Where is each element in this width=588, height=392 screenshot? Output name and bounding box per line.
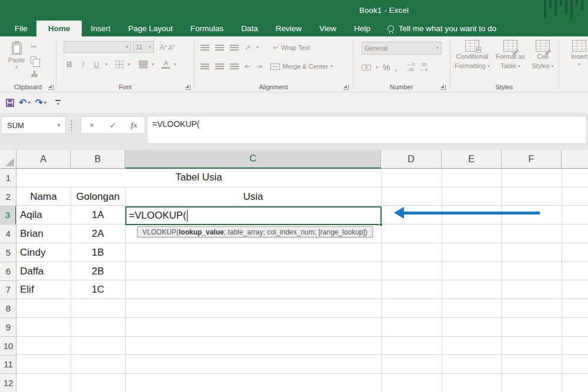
column-header-c[interactable]: C [125,150,381,169]
cell-c2[interactable]: Usia [125,187,381,206]
undo-button[interactable]: ↶ ▾ [19,98,30,108]
row-header-11[interactable]: 11 [0,356,16,374]
format-painter-button[interactable] [31,71,38,78]
redo-button[interactable]: ↷ ▾ [35,98,46,108]
row-header-5[interactable]: 5 [0,243,16,262]
column-header-b[interactable]: B [71,150,125,169]
name-box[interactable]: SUM ▾ [1,116,66,134]
cell-a1-merged-title[interactable]: Tabel Usia [16,169,381,187]
row-header-8[interactable]: 8 [0,299,16,318]
copy-button[interactable]: ▾ [31,56,41,63]
wrap-text-button[interactable]: ↵ Wrap Text [273,43,310,52]
cell-a5[interactable]: Cindy [16,243,71,262]
align-right-button[interactable] [230,63,239,69]
tab-file[interactable]: File [6,21,36,36]
column-header-a[interactable]: A [16,150,71,169]
underline-button[interactable]: U [92,60,101,69]
insert-cells-button[interactable]: Insert ▾ [566,40,588,67]
cell-b6[interactable]: 2B [71,262,125,281]
formula-bar-drag-handle[interactable] [71,120,72,130]
percent-style-button[interactable]: % [383,63,390,72]
cut-button[interactable]: ✂ [31,42,37,51]
alignment-group: ↗ ▾ ↵ Wrap Text ⇤ ⇥ Merge & Center ▾ [195,36,352,92]
tab-data[interactable]: Data [232,21,267,36]
row-header-2[interactable]: 2 [0,187,16,206]
borders-button[interactable] [115,61,123,68]
grow-font-button[interactable]: A▴ [159,43,166,52]
cell-a4[interactable]: Brian [16,225,71,243]
cell-a2[interactable]: Nama [16,187,71,206]
cell-b5[interactable]: 1B [71,243,125,262]
row-header-10[interactable]: 10 [0,337,16,356]
fill-color-button[interactable] [139,61,148,68]
align-top-button[interactable] [201,45,209,51]
row-header-3[interactable]: 3 [0,206,16,225]
formula-input[interactable]: =VLOOKUP( [147,116,587,144]
column-header-f[interactable]: F [502,150,562,169]
cell-b7[interactable]: 1C [71,281,125,300]
tooltip-prefix: VLOOKUP( [142,228,179,236]
fill-handle[interactable] [379,223,383,226]
number-format-combo[interactable]: General ▾ [362,42,442,55]
increase-indent-button[interactable]: ⇥ [256,62,262,71]
align-center-button[interactable] [215,63,224,69]
align-bottom-button[interactable] [230,45,239,51]
merge-center-button[interactable]: Merge & Center ▾ [270,63,333,70]
tab-review[interactable]: Review [267,21,310,36]
cell-a3[interactable]: Aqila [16,206,71,225]
decrease-decimal-button[interactable]: .00 →.0 [419,62,427,72]
wrap-text-icon: ↵ [273,43,279,52]
select-all-button[interactable] [0,150,16,169]
tab-help[interactable]: Help [345,21,379,36]
align-middle-button[interactable] [215,45,224,51]
cell-b3[interactable]: 1A [71,206,125,225]
increase-decimal-button[interactable]: ←.0 .00 [407,62,415,72]
align-left-button[interactable] [201,63,209,69]
formula-bar-strip: SUM ▾ × ✓ fx =VLOOKUP( [0,113,588,150]
cell-a6[interactable]: Daffa [16,262,71,281]
enter-button[interactable]: ✓ [105,120,121,130]
row-header-12[interactable]: 12 [0,374,16,392]
cell-b2[interactable]: Golongan [71,187,125,206]
font-color-button[interactable]: A [162,60,170,69]
decrease-indent-button[interactable]: ⇤ [245,62,250,71]
font-name-combo[interactable]: ▾ [64,41,131,53]
tab-insert[interactable]: Insert [82,21,119,36]
row-header-6[interactable]: 6 [0,262,16,281]
clipboard-dialog-launcher[interactable] [48,85,54,90]
tell-me-box[interactable]: Tell me what you want to do [387,21,497,36]
italic-button[interactable]: I [78,60,88,69]
tab-formulas[interactable]: Formulas [182,21,232,36]
orientation-button[interactable]: ↗ [245,43,250,52]
alignment-dialog-launcher[interactable] [343,85,349,90]
customize-qat-button[interactable]: ▾ [55,100,62,106]
tab-view[interactable]: View [310,21,345,36]
row-header-1[interactable]: 1 [0,169,16,187]
column-header-g-partial[interactable] [562,150,588,169]
paste-button[interactable]: Paste ▾ [5,40,28,83]
shrink-font-button[interactable]: A▾ [168,43,175,51]
column-header-d[interactable]: D [381,150,442,169]
row-header-9[interactable]: 9 [0,318,16,337]
accounting-format-button[interactable]: $ [362,65,371,71]
active-cell-c3[interactable]: =VLOOKUP( [125,206,382,226]
row-header-7[interactable]: 7 [0,281,16,300]
cancel-button[interactable]: × [84,120,99,130]
row-header-4[interactable]: 4 [0,225,16,243]
sheet-body[interactable]: Tabel Usia Nama Golongan Usia Aqila 1A B… [16,169,588,392]
comma-style-button[interactable]: , [395,62,397,72]
insert-function-button[interactable]: fx [126,120,142,130]
bold-button[interactable]: B [65,60,74,69]
tab-page-layout[interactable]: Page Layout [119,21,182,36]
number-dialog-launcher[interactable] [440,85,446,90]
font-dialog-launcher[interactable] [185,85,191,90]
font-size-combo[interactable]: 11 ▾ [133,41,154,53]
tab-home[interactable]: Home [36,21,82,36]
cell-b4[interactable]: 2A [71,225,125,243]
save-button[interactable] [6,99,14,107]
format-as-table-button[interactable]: Format as Table▾ [493,40,528,71]
cell-a7[interactable]: Elif [16,281,71,300]
conditional-formatting-button[interactable]: ≠ Conditional Formatting▾ [453,40,492,71]
cell-styles-button[interactable]: Cell Styles▾ [528,40,557,71]
column-header-e[interactable]: E [442,150,502,169]
